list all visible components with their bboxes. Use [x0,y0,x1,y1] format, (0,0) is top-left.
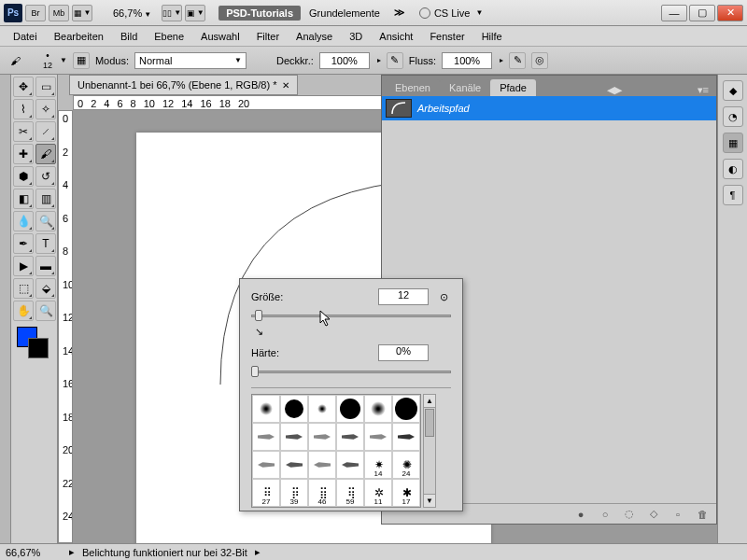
menu-auswahl[interactable]: Auswahl [193,28,247,45]
3d-camera-tool[interactable]: ⬙ [35,278,56,299]
screenmode-button[interactable]: ▣▼ [185,5,205,21]
menu-3d[interactable]: 3D [342,28,370,45]
workspace-more-icon[interactable]: ≫ [388,7,411,19]
brush-tool[interactable]: 🖌 [35,144,56,164]
magic-wand-tool[interactable]: ✧ [35,99,56,119]
paragraph-panel-icon[interactable]: ¶ [723,185,743,205]
path-item-arbeitspfad[interactable]: Arbeitspfad [382,96,716,120]
brush-hardness-slider[interactable] [251,365,451,378]
arrange-button[interactable]: ▯▯▼ [162,5,182,21]
brush-preset[interactable]: ⡿39 [280,479,308,507]
move-tool[interactable]: ✥ [13,77,34,97]
brush-preset[interactable] [392,423,420,451]
history-brush-tool[interactable]: ↺ [35,166,56,187]
menu-bearbeiten[interactable]: Bearbeiten [47,28,111,45]
opacity-input[interactable]: 100% [319,52,370,69]
brush-preset[interactable] [364,423,392,451]
brush-preset[interactable] [336,451,364,479]
menu-bild[interactable]: Bild [113,28,145,45]
brush-preset[interactable] [280,451,308,479]
zoom-tool[interactable]: 🔍 [35,301,56,321]
menu-analyse[interactable]: Analyse [289,28,340,45]
brush-size-indicator[interactable]: 12 [43,61,52,70]
document-tab[interactable]: Unbenannt-1 bei 66,7% (Ebene 1, RGB/8) *… [69,75,298,95]
airbrush-icon[interactable]: ✎ [509,52,526,69]
color-panel-icon[interactable]: ◔ [723,106,743,127]
tablet-pressure-icon[interactable]: ◎ [531,52,548,69]
crop-tool[interactable]: ✂ [13,121,34,142]
menu-ebene[interactable]: Ebene [147,28,191,45]
minibridge-button[interactable]: Mb [49,5,69,21]
close-tab-icon[interactable]: ✕ [282,80,289,91]
cslive-button[interactable]: CS Live▼ [414,7,488,19]
eyedropper-tool[interactable]: ⟋ [35,121,56,142]
tab-ebenen[interactable]: Ebenen [386,79,440,96]
menu-filter[interactable]: Filter [249,28,287,45]
brush-preset[interactable] [252,395,280,423]
menu-hilfe[interactable]: Hilfe [474,28,510,45]
dodge-tool[interactable]: 🔍 [35,211,56,231]
lasso-tool[interactable]: ⌇ [13,99,34,119]
brush-size-slider[interactable] [251,309,451,322]
brush-preset[interactable]: ⢿59 [336,479,364,507]
path-select-tool[interactable]: ▶ [13,256,34,276]
close-button[interactable]: ✕ [717,5,743,21]
brush-preset[interactable]: ✲11 [364,479,392,507]
panel-collapse-icon[interactable]: ◀▶ [603,84,626,96]
shape-tool[interactable]: ▬ [35,256,56,276]
marquee-tool[interactable]: ▭ [35,77,56,97]
brush-tool-icon[interactable]: 🖌 [6,51,24,70]
stroke-path-icon[interactable]: ○ [599,508,612,521]
status-zoom[interactable]: 66,67% [6,547,62,558]
adjustments-panel-icon[interactable]: ◐ [723,159,743,179]
3d-tool[interactable]: ⬚ [13,278,34,299]
flow-input[interactable]: 100% [442,52,492,69]
brush-preset[interactable]: ⣿46 [308,479,336,507]
minimize-button[interactable]: — [661,5,687,21]
ruler-vertical[interactable]: 024681012141618202224 [58,110,73,543]
brush-preset[interactable] [280,423,308,451]
view-extras-button[interactable]: ▦▼ [72,5,92,21]
brush-preset[interactable]: ✷14 [364,451,392,479]
brush-grid-scrollbar[interactable]: ▲ ▼ [423,394,436,508]
workspace-psdtutorials[interactable]: PSD-Tutorials [218,6,301,21]
hand-tool[interactable]: ✋ [13,301,34,321]
layers-panel-icon[interactable]: ▦ [723,133,743,153]
menu-fenster[interactable]: Fenster [422,28,472,45]
gradient-tool[interactable]: ▥ [35,189,56,209]
type-tool[interactable]: T [35,233,56,254]
new-preset-icon[interactable]: ↘ [251,324,266,339]
opacity-pressure-icon[interactable]: ✎ [387,52,403,69]
selection-from-path-icon[interactable]: ◌ [623,508,636,521]
menu-datei[interactable]: Datei [6,28,45,45]
path-from-selection-icon[interactable]: ◇ [647,508,660,521]
brush-preset[interactable]: ✺24 [392,451,420,479]
stamp-tool[interactable]: ⬢ [13,166,34,187]
brush-preset[interactable] [336,395,364,423]
healing-tool[interactable]: ✚ [13,144,34,164]
brush-preset[interactable] [308,423,336,451]
brush-hardness-input[interactable]: 0% [378,344,429,361]
delete-path-icon[interactable]: 🗑 [696,508,709,521]
workspace-grundelemente[interactable]: Grundelemente [303,6,386,21]
brush-preset[interactable] [392,395,420,423]
brush-preset[interactable] [252,451,280,479]
brush-preset[interactable] [308,451,336,479]
brush-preset[interactable] [308,395,336,423]
brush-preset[interactable] [364,395,392,423]
blur-tool[interactable]: 💧 [13,211,34,231]
tab-kanaele[interactable]: Kanäle [440,79,490,96]
bridge-button[interactable]: Br [25,5,46,21]
new-path-icon[interactable]: ▫ [671,508,684,521]
eraser-tool[interactable]: ◧ [13,189,34,209]
maximize-button[interactable]: ▢ [689,5,715,21]
brush-preset[interactable] [280,395,308,423]
pen-tool[interactable]: ✒ [13,233,34,254]
tab-pfade[interactable]: Pfade [490,79,536,96]
brush-flyout-icon[interactable]: ⊙ [436,289,451,304]
zoom-level[interactable]: 66,7%▼ [106,7,159,19]
brush-preset[interactable] [336,423,364,451]
fill-path-icon[interactable]: ● [574,508,587,521]
brush-preset[interactable]: ✱17 [392,479,420,507]
background-color[interactable] [28,338,49,358]
